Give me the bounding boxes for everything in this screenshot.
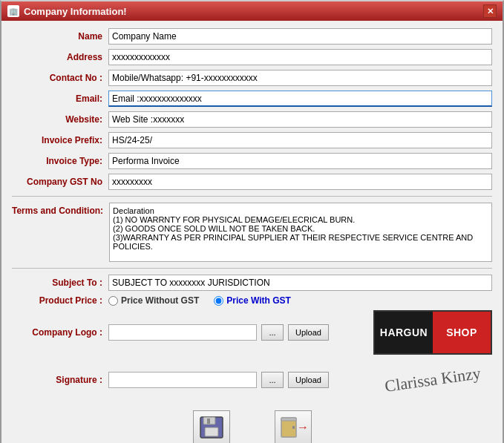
logo-label: Company Logo : xyxy=(12,327,108,338)
logo-preview: HARGUN SHOP xyxy=(373,310,492,355)
divider-2 xyxy=(12,268,492,269)
radio-with-gst-option[interactable]: Price With GST xyxy=(214,295,291,306)
email-label: Email: xyxy=(12,93,108,104)
logo-browse-button[interactable]: ... xyxy=(261,324,284,341)
address-input[interactable] xyxy=(108,49,492,65)
radio-with-gst[interactable] xyxy=(214,296,223,306)
terms-textarea[interactable] xyxy=(109,203,492,262)
website-row: Website: xyxy=(12,111,492,128)
gst-input[interactable] xyxy=(108,174,492,190)
main-window: 🏢 Company Information! ✕ Name Address Co… xyxy=(0,0,504,443)
name-row: Name xyxy=(12,28,492,45)
save-button[interactable]: Save xyxy=(193,410,230,443)
bottom-buttons: Save → Exit xyxy=(12,410,492,443)
sig-display: Clarissa Kinzy xyxy=(384,364,482,396)
window-title: Company Information! xyxy=(24,6,127,17)
terms-row: Terms and Condition: xyxy=(12,203,492,262)
sig-file-box xyxy=(108,372,257,388)
sig-browse-button[interactable]: ... xyxy=(261,372,284,388)
logo-file-box xyxy=(108,324,257,341)
price-radio-group: Price Without GST Price With GST xyxy=(108,295,492,306)
sig-preview: Clarissa Kinzy xyxy=(373,359,492,400)
close-button[interactable]: ✕ xyxy=(483,4,497,18)
invoice-prefix-input[interactable] xyxy=(108,132,492,148)
gst-label: Company GST No xyxy=(12,177,108,187)
name-input[interactable] xyxy=(108,28,492,45)
logo-area: ... Upload xyxy=(108,324,366,341)
shop-text: SHOP xyxy=(433,312,491,353)
invoice-prefix-row: Invoice Prefix: xyxy=(12,132,492,148)
subject-label: Subject To : xyxy=(12,278,108,288)
email-input[interactable] xyxy=(108,91,492,107)
radio-without-gst-label: Price Without GST xyxy=(121,295,199,306)
save-icon xyxy=(193,410,230,443)
contact-label: Contact No : xyxy=(12,73,108,83)
terms-label: Terms and Condition: xyxy=(12,203,109,216)
price-row: Product Price : Price Without GST Price … xyxy=(12,295,492,306)
svg-rect-2 xyxy=(205,427,218,436)
sig-label: Signature : xyxy=(12,375,108,385)
logo-row: Company Logo : ... Upload HARGUN SHOP xyxy=(12,310,492,355)
svg-rect-6 xyxy=(292,426,295,429)
radio-without-gst-option[interactable]: Price Without GST xyxy=(108,295,199,306)
contact-input[interactable] xyxy=(108,70,492,86)
address-row: Address xyxy=(12,49,492,65)
name-label: Name xyxy=(12,31,108,42)
divider-1 xyxy=(12,196,492,197)
exit-door-icon: → xyxy=(280,416,307,439)
website-input[interactable] xyxy=(108,111,492,128)
app-icon: 🏢 xyxy=(7,5,19,17)
email-row: Email: xyxy=(12,91,492,107)
sig-upload-button[interactable]: Upload xyxy=(288,372,329,388)
invoice-type-label: Invoice Type: xyxy=(12,156,108,166)
floppy-disk-icon xyxy=(199,416,224,439)
radio-without-gst[interactable] xyxy=(108,296,118,306)
exit-button[interactable]: → Exit xyxy=(275,410,312,443)
subject-input[interactable] xyxy=(108,275,492,291)
exit-icon: → xyxy=(275,410,312,443)
address-label: Address xyxy=(12,52,108,62)
invoice-type-input[interactable] xyxy=(108,153,492,169)
title-bar: 🏢 Company Information! ✕ xyxy=(1,1,503,21)
title-bar-left: 🏢 Company Information! xyxy=(7,5,127,17)
hargun-text: HARGUN xyxy=(375,312,433,353)
svg-rect-3 xyxy=(207,419,210,424)
invoice-type-row: Invoice Type: xyxy=(12,153,492,169)
contact-row: Contact No : xyxy=(12,70,492,86)
subject-row: Subject To : xyxy=(12,275,492,291)
hargun-logo: HARGUN SHOP xyxy=(375,312,491,353)
radio-with-gst-label: Price With GST xyxy=(226,295,291,306)
website-label: Website: xyxy=(12,114,108,125)
gst-row: Company GST No xyxy=(12,174,492,190)
price-label: Product Price : xyxy=(12,295,108,306)
logo-upload-button[interactable]: Upload xyxy=(288,324,329,341)
signature-row: Signature : ... Upload Clarissa Kinzy xyxy=(12,359,492,400)
svg-text:→: → xyxy=(297,421,307,433)
invoice-prefix-label: Invoice Prefix: xyxy=(12,135,108,145)
form-content: Name Address Contact No : Email: Website… xyxy=(1,21,503,443)
sig-area: ... Upload xyxy=(108,372,366,388)
svg-rect-5 xyxy=(281,418,296,421)
